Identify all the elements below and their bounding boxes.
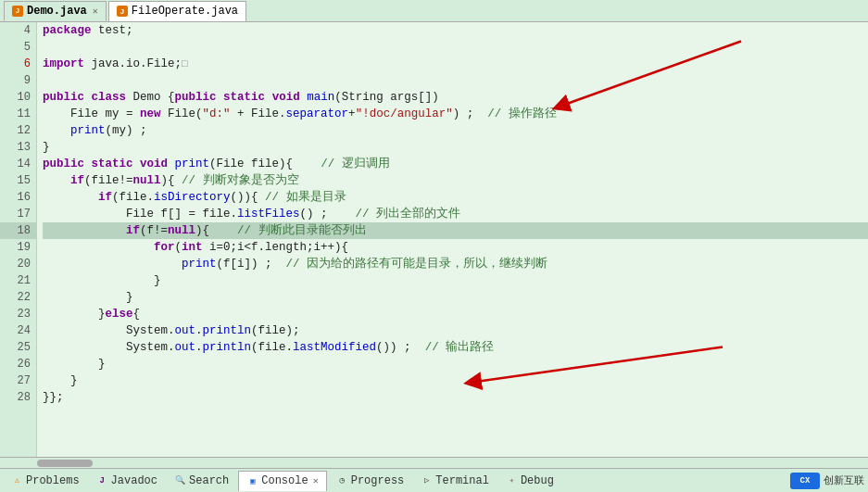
tab-label-search: Search [189, 474, 229, 487]
tab-label-progress: Progress [351, 474, 405, 487]
problems-icon: ⚠ [11, 474, 23, 486]
line-num-12: 12 [0, 122, 36, 139]
code-line-11: File my = new File("d:" + File.separator… [43, 106, 868, 122]
tab-javadoc[interactable]: J Javadoc [89, 471, 165, 491]
tab-label-demo: Demo.java [27, 5, 87, 18]
tab-fileoperate-java[interactable]: J FileOperate.java [108, 1, 246, 21]
tab-label-console: Console [261, 474, 308, 487]
code-line-19: for(int i=0;i<f.length;i++){ [43, 239, 868, 256]
code-line-27: } [43, 372, 868, 389]
tab-demo-java[interactable]: J Demo.java ✕ [4, 1, 107, 21]
code-line-23: }else{ [43, 306, 868, 322]
line-num-9: 9 [0, 72, 36, 89]
line-num-6: 6 [0, 56, 36, 72]
tab-bar: J Demo.java ✕ J FileOperate.java [0, 0, 868, 22]
line-num-15: 15 [0, 172, 36, 189]
code-line-26: } [43, 356, 868, 372]
code-line-10: public class Demo {public static void ma… [43, 89, 868, 106]
code-lines: package test; import java.io.File;□ publ… [37, 22, 868, 406]
line-num-18: 18 [0, 222, 36, 239]
code-line-13: } [43, 139, 868, 156]
code-line-28: }}; [43, 389, 868, 406]
code-line-9 [43, 72, 868, 89]
line-num-17: 17 [0, 206, 36, 222]
tab-close-console[interactable]: ✕ [313, 475, 319, 486]
code-content[interactable]: package test; import java.io.File;□ publ… [37, 22, 868, 457]
code-line-12: print(my) ; [43, 122, 868, 139]
line-num-14: 14 [0, 156, 36, 172]
terminal-icon: ▷ [421, 474, 433, 486]
code-line-5 [43, 39, 868, 56]
line-num-27: 27 [0, 372, 36, 389]
line-num-22: 22 [0, 289, 36, 306]
code-line-16: if(file.isDirectory()){ // 如果是目录 [43, 189, 868, 206]
line-num-26: 26 [0, 356, 36, 372]
code-line-22: } [43, 289, 868, 306]
line-num-5: 5 [0, 39, 36, 56]
code-line-14: public static void print(File file){ // … [43, 156, 868, 172]
code-line-20: print(f[i]) ; // 因为给的路径有可能是目录，所以，继续判断 [43, 256, 868, 272]
search-icon: 🔍 [174, 474, 186, 486]
logo-box: CX [790, 473, 820, 489]
line-num-16: 16 [0, 189, 36, 206]
java-file-icon2: J [117, 6, 128, 17]
line-num-21: 21 [0, 272, 36, 289]
bottom-bar: ⚠ Problems J Javadoc 🔍 Search ▣ Console … [0, 468, 868, 492]
tab-label-fileoperate: FileOperate.java [132, 5, 238, 18]
code-line-24: System.out.println(file); [43, 322, 868, 339]
line-num-24: 24 [0, 322, 36, 339]
tab-label-debug: Debug [521, 474, 554, 487]
console-icon: ▣ [246, 475, 258, 487]
scrollbar-thumb[interactable] [37, 460, 93, 467]
line-num-19: 19 [0, 239, 36, 256]
progress-icon: ◷ [336, 474, 348, 486]
tab-progress[interactable]: ◷ Progress [329, 471, 412, 491]
horizontal-scrollbar[interactable] [0, 457, 868, 468]
bottom-right-logo: CX 创新互联 [790, 473, 864, 489]
tab-debug[interactable]: ✦ Debug [498, 471, 561, 491]
line-num-20: 20 [0, 256, 36, 272]
line-num-23: 23 [0, 306, 36, 322]
tab-close-demo[interactable]: ✕ [93, 6, 98, 17]
tab-label-javadoc: Javadoc [111, 474, 157, 487]
line-num-25: 25 [0, 339, 36, 356]
code-line-25: System.out.println(file.lastModified()) … [43, 339, 868, 356]
code-line-15: if(file!=null){ // 判断对象是否为空 [43, 172, 868, 189]
javadoc-icon: J [96, 474, 108, 486]
line-num-10: 10 [0, 89, 36, 106]
tab-problems[interactable]: ⚠ Problems [4, 471, 87, 491]
tab-label-problems: Problems [26, 474, 80, 487]
code-line-17: File f[] = file.listFiles() ; // 列出全部的文件 [43, 206, 868, 222]
code-line-4: package test; [43, 22, 868, 39]
tab-console[interactable]: ▣ Console ✕ [238, 471, 326, 491]
code-line-21: } [43, 272, 868, 289]
editor-area: 4 5 6 9 10 11 12 13 14 15 16 17 18 19 20… [0, 22, 868, 457]
line-gutter: 4 5 6 9 10 11 12 13 14 15 16 17 18 19 20… [0, 22, 37, 457]
line-num-28: 28 [0, 389, 36, 406]
debug-icon: ✦ [506, 474, 518, 486]
java-file-icon: J [12, 6, 23, 17]
logo-text: 创新互联 [824, 473, 864, 487]
line-num-11: 11 [0, 106, 36, 122]
code-line-18: if(f!=null){ // 判断此目录能否列出 [43, 222, 868, 239]
tab-label-terminal: Terminal [435, 474, 489, 487]
tab-terminal[interactable]: ▷ Terminal [413, 471, 497, 491]
tab-search[interactable]: 🔍 Search [167, 471, 236, 491]
line-num-13: 13 [0, 139, 36, 156]
line-num-4: 4 [0, 22, 36, 39]
code-line-6: import java.io.File;□ [43, 56, 868, 72]
